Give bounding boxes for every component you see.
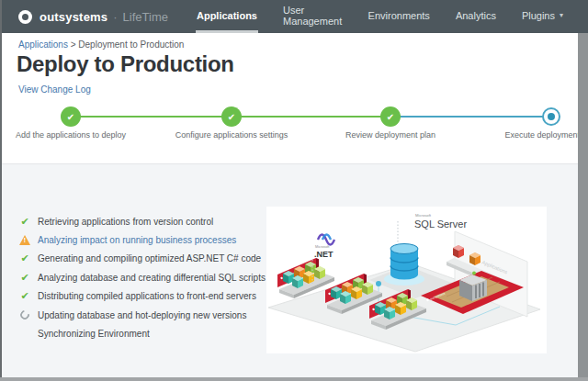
deployment-step-row: ✔ Generating and compiling optimized ASP… xyxy=(18,250,266,268)
deployment-step-row: ✔ Distributing compiled applications to … xyxy=(18,287,266,306)
deployment-step-label: Updating database and hot-deploying new … xyxy=(38,310,246,320)
route-node-dot xyxy=(376,281,381,286)
nav-applications[interactable]: Applications xyxy=(196,0,258,33)
step-3-circle: ✔ xyxy=(380,106,401,127)
brand-block: outsystems · LifeTime xyxy=(0,0,168,33)
breadcrumb-current: Deployment to Production xyxy=(78,39,184,50)
step-4-label: Execute deployment plan xyxy=(478,130,588,140)
view-change-log-link[interactable]: View Change Log xyxy=(18,84,91,95)
step-1-circle: ✔ xyxy=(61,106,81,127)
deployment-step-row: ! Analyzing impact on running business p… xyxy=(18,230,266,249)
spinner-icon xyxy=(18,308,31,321)
deployment-step-label: Retrieving applications from version con… xyxy=(38,217,213,227)
deployment-step-label: Synchronizing Environment xyxy=(38,329,150,339)
database-cylinder-icon xyxy=(384,244,424,286)
breadcrumb-separator: > xyxy=(71,39,76,50)
deployment-step-row: Synchronizing Environment xyxy=(18,324,266,342)
deployment-step-label: Generating and compiling optimized ASP.N… xyxy=(38,253,261,263)
window-edge-left xyxy=(0,0,2,381)
breadcrumb: Applications > Deployment to Production xyxy=(18,39,184,50)
window-edge-bottom xyxy=(0,377,588,381)
window-edge-right xyxy=(578,33,588,381)
deployment-illustration: Applications outsystems xyxy=(266,207,547,353)
application-cube xyxy=(453,245,464,258)
sql-server-label: SQL Server xyxy=(414,219,467,230)
deployment-warning-link[interactable]: Analyzing impact on running business pro… xyxy=(38,235,236,245)
check-icon: ✔ xyxy=(67,112,74,122)
top-navbar: outsystems · LifeTime Applications User … xyxy=(0,0,588,33)
dotnet-wave-icon xyxy=(318,235,334,245)
sql-brand-label: Microsoft xyxy=(415,213,432,218)
check-icon: ✔ xyxy=(228,112,235,122)
dotnet-brand-label: Microsoft xyxy=(315,245,330,249)
check-icon: ✔ xyxy=(20,217,28,227)
deployment-step-row: ✔ Retrieving applications from version c… xyxy=(18,212,266,230)
application-cube xyxy=(469,252,481,265)
dotnet-label: .NET xyxy=(314,250,334,259)
check-icon: ✔ xyxy=(387,112,394,122)
breadcrumb-applications-link[interactable]: Applications xyxy=(18,39,68,50)
step-4-circle xyxy=(542,107,560,126)
warning-icon: ! xyxy=(19,235,30,245)
deployment-step-label: Analyzing database and creating differen… xyxy=(38,273,266,283)
logo-hole xyxy=(22,14,28,20)
current-step-dot xyxy=(548,113,555,120)
product-name: LifeTime xyxy=(123,10,168,24)
stepper-line-current xyxy=(390,116,551,118)
brand-separator: · xyxy=(113,10,117,24)
check-icon: ✔ xyxy=(20,291,28,301)
nav-plugins[interactable]: Plugins▾ xyxy=(521,0,564,33)
chevron-down-icon: ▾ xyxy=(560,11,563,19)
check-icon: ✔ xyxy=(20,273,28,283)
brand-name: outsystems xyxy=(40,10,107,24)
step-3-label: Review deployment plan xyxy=(317,130,464,140)
machine-status-light xyxy=(472,272,476,275)
deployment-step-row: Updating database and hot-deploying new … xyxy=(18,306,266,324)
nav-user-management[interactable]: User Management xyxy=(282,0,344,33)
illustration-svg: Applications outsystems xyxy=(266,207,547,353)
step-2-label: Configure applications settings xyxy=(158,130,305,140)
outsystems-logo-icon[interactable] xyxy=(18,10,32,24)
lifetime-window: outsystems · LifeTime Applications User … xyxy=(0,0,588,381)
deployment-progress-list: ✔ Retrieving applications from version c… xyxy=(18,212,266,343)
check-icon: ✔ xyxy=(20,253,28,263)
main-menu: Applications User Management Environment… xyxy=(196,0,588,33)
step-2-circle: ✔ xyxy=(221,106,242,127)
nav-plugins-label: Plugins xyxy=(522,10,555,21)
nav-environments[interactable]: Environments xyxy=(368,0,431,33)
deployment-step-row: ✔ Analyzing database and creating differ… xyxy=(18,268,266,286)
page-title: Deploy to Production xyxy=(17,51,234,77)
deployment-step-label: Distributing compiled applications to fr… xyxy=(38,291,256,301)
nav-analytics[interactable]: Analytics xyxy=(455,0,497,33)
step-1-label: Add the applications to deploy xyxy=(0,130,144,140)
